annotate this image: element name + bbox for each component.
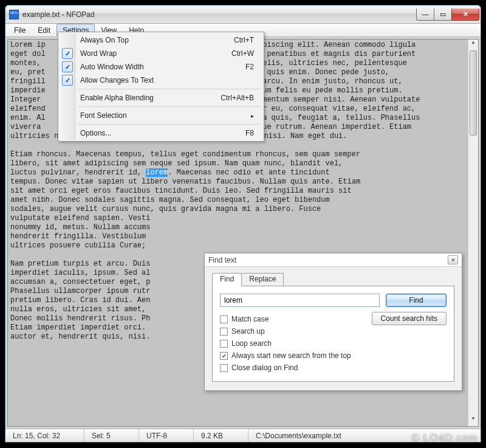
status-encoding: UTF-8	[139, 429, 194, 442]
checkbox-icon[interactable]	[220, 340, 228, 348]
check-icon: ✓	[62, 48, 73, 59]
search-input[interactable]	[220, 294, 380, 307]
chevron-right-icon: ▸	[251, 112, 254, 119]
opt-from-top[interactable]: ✔ Always start new search from the top	[220, 350, 447, 362]
menu-auto-window-width[interactable]: ✓ Auto Window Width F2	[60, 60, 262, 74]
status-position: Ln: 15, Col: 32	[5, 429, 84, 442]
watermark: © LO4D.com	[412, 432, 478, 444]
titlebar[interactable]: NFO example.txt - NFOPad — ▭ ✕	[5, 5, 481, 24]
minimize-button[interactable]: —	[416, 9, 434, 21]
menu-separator	[78, 89, 261, 89]
settings-dropdown: Always On Top Ctrl+T ✓ Word Wrap Ctrl+W …	[58, 32, 264, 142]
menu-always-on-top[interactable]: Always On Top Ctrl+T	[60, 33, 262, 47]
find-button[interactable]: Find	[386, 294, 447, 307]
menu-edit[interactable]: Edit	[32, 24, 56, 36]
find-close-button[interactable]: ✕	[448, 255, 458, 264]
menu-label: Enable Alpha Blending	[80, 94, 154, 102]
menu-allow-changes[interactable]: ✓ Allow Changes To Text	[60, 74, 262, 87]
scroll-thumb[interactable]	[470, 50, 477, 136]
window-controls: — ▭ ✕	[417, 9, 479, 21]
checkbox-icon[interactable]: ✔	[220, 352, 228, 360]
menu-enable-alpha[interactable]: Enable Alpha Blending Ctrl+Alt+B	[60, 91, 262, 105]
opt-label: Always start new search from the top	[231, 351, 351, 360]
find-tabstrip: Find Replace	[212, 273, 454, 286]
checkbox-icon[interactable]	[220, 315, 228, 323]
opt-close-on-find[interactable]: Close dialog on Find	[220, 362, 447, 374]
menu-shortcut: Ctrl+Alt+B	[221, 94, 254, 102]
scroll-up-arrow[interactable]: ▲	[468, 40, 478, 50]
opt-loop-search[interactable]: Loop search	[220, 337, 447, 350]
menu-file[interactable]: File	[8, 24, 32, 36]
menu-separator	[78, 124, 261, 125]
scroll-down-arrow[interactable]: ▼	[468, 416, 478, 426]
opt-label: Search up	[231, 327, 265, 336]
menu-label: Options...	[80, 129, 111, 137]
tab-replace[interactable]: Replace	[242, 273, 284, 286]
find-dialog-titlebar[interactable]: Find text ✕	[205, 253, 462, 267]
opt-label: Close dialog on Find	[231, 364, 298, 372]
count-hits-button[interactable]: Count search hits	[372, 312, 447, 325]
find-tab-panel: Find Count search hits Match case Search…	[212, 286, 454, 382]
menu-label: Always On Top	[80, 36, 129, 44]
menu-shortcut: Ctrl+T	[234, 36, 254, 44]
status-filesize: 9.2 KB	[194, 429, 248, 442]
menu-label: Word Wrap	[80, 49, 117, 58]
menu-label: Allow Changes To Text	[80, 76, 154, 84]
check-icon: ✓	[62, 75, 73, 86]
maximize-button[interactable]: ▭	[434, 9, 452, 21]
close-button[interactable]: ✕	[451, 9, 479, 21]
menu-options[interactable]: Options... F8	[60, 126, 262, 140]
statusbar: Ln: 15, Col: 32 Sel: 5 UTF-8 9.2 KB C:\D…	[5, 429, 481, 442]
find-dialog: Find text ✕ Find Replace Find Count sear…	[204, 253, 462, 391]
checkbox-icon[interactable]	[220, 328, 228, 336]
menu-word-wrap[interactable]: ✓ Word Wrap Ctrl+W	[60, 47, 262, 60]
opt-label: Match case	[231, 315, 269, 323]
app-icon: NFO	[9, 10, 19, 19]
menu-shortcut: F2	[245, 63, 254, 71]
menu-font-selection[interactable]: Font Selection ▸	[60, 109, 262, 122]
menu-label: Auto Window Width	[80, 63, 144, 71]
window-title: example.txt - NFOPad	[22, 10, 95, 19]
vertical-scrollbar[interactable]: ▲ ▼	[468, 40, 478, 426]
menu-shortcut: F8	[245, 129, 254, 137]
check-icon: ✓	[62, 61, 73, 72]
opt-search-up[interactable]: Search up	[220, 325, 447, 337]
menu-separator	[78, 106, 261, 107]
tab-find[interactable]: Find	[212, 273, 242, 286]
find-dialog-title: Find text	[208, 256, 236, 264]
opt-label: Loop search	[231, 339, 272, 348]
selected-text: lorem	[146, 168, 168, 177]
menu-label: Font Selection	[80, 111, 127, 120]
status-selection: Sel: 5	[84, 429, 139, 442]
menu-shortcut: Ctrl+W	[231, 49, 254, 58]
checkbox-icon[interactable]	[220, 364, 228, 372]
